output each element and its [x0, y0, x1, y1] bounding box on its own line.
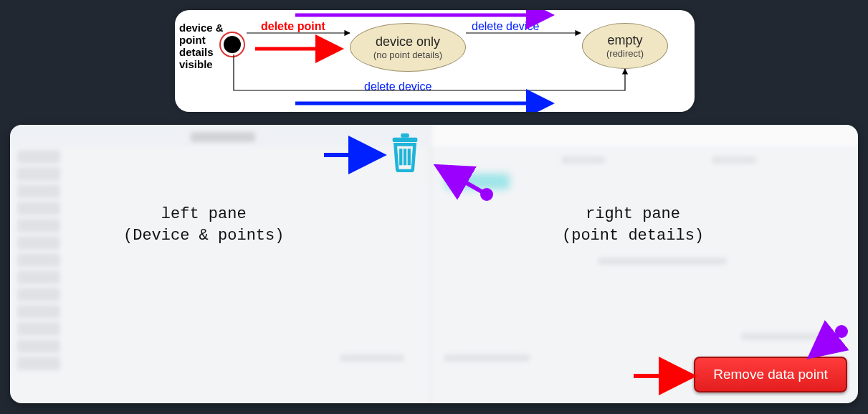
transition-delete-device-top: delete device	[472, 20, 539, 33]
state-diagram-panel: device & point details visible device on…	[175, 10, 695, 112]
state-subtitle: (no point details)	[373, 50, 442, 60]
svg-rect-6	[393, 138, 418, 142]
remove-button-label: Remove data point	[713, 367, 828, 382]
ui-mock-panel: left pane (Device & points) right pane (…	[10, 125, 858, 403]
left-pane-label: left pane (Device & points)	[123, 204, 284, 247]
state-node-device-only: device only (no point details)	[350, 23, 466, 72]
transition-delete-point: delete point	[261, 20, 325, 33]
trash-icon[interactable]	[388, 133, 422, 175]
state-start-label: device & point details visible	[179, 22, 224, 70]
state-title: empty	[607, 33, 642, 48]
svg-rect-5	[401, 133, 409, 138]
state-node-empty: empty (redirect)	[582, 23, 668, 69]
state-title: device only	[376, 34, 440, 50]
transition-delete-device-bottom: delete device	[364, 80, 431, 93]
state-subtitle: (redirect)	[606, 48, 644, 59]
state-start-dot	[224, 36, 241, 53]
remove-data-point-button[interactable]: Remove data point	[694, 357, 847, 392]
right-pane-label: right pane (point details)	[562, 204, 704, 247]
